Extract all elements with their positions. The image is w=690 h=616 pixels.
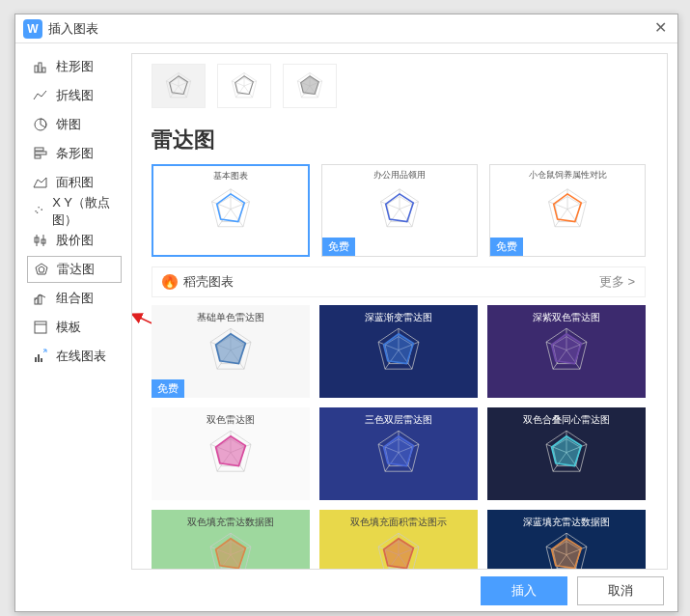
preset-title: 办公用品领用	[322, 169, 477, 182]
area-icon	[33, 175, 48, 190]
bar-icon	[33, 146, 48, 161]
free-badge: 免费	[152, 379, 184, 398]
app-logo: W	[23, 19, 42, 39]
chart-content-panel: 雷达图 基本图表办公用品领用免费小仓鼠饲养属性对比免费 🔥 稻壳图表 更多 > …	[131, 53, 668, 570]
svg-marker-112	[384, 436, 414, 466]
subtype-basic[interactable]	[152, 64, 206, 108]
svg-rect-19	[35, 322, 46, 333]
sidebar-item-template[interactable]: 模板	[27, 314, 122, 341]
radar-icon	[34, 262, 49, 277]
svg-marker-16	[39, 266, 44, 272]
sidebar-item-pie[interactable]: 饼图	[27, 111, 122, 138]
svg-point-8	[38, 207, 40, 209]
preset-card[interactable]: 小仓鼠饲养属性对比免费	[489, 164, 646, 257]
insert-button[interactable]: 插入	[481, 576, 567, 605]
sidebar-item-label: X Y（散点图）	[52, 194, 116, 229]
subtype-row	[152, 64, 646, 108]
svg-point-7	[35, 210, 37, 212]
svg-point-9	[41, 209, 42, 210]
preset-card[interactable]: 基本图表	[152, 164, 310, 257]
preset-row: 基本图表办公用品领用免费小仓鼠饲养属性对比免费	[152, 164, 646, 257]
sidebar-item-area[interactable]: 面积图	[27, 169, 122, 196]
sidebar-item-scatter[interactable]: X Y（散点图）	[27, 198, 122, 225]
combo-icon	[33, 291, 48, 306]
free-badge: 免费	[490, 238, 523, 256]
sidebar-item-bar[interactable]: 条形图	[27, 140, 122, 167]
svg-marker-136	[384, 539, 414, 569]
docer-icon: 🔥	[162, 274, 178, 290]
sidebar-item-stock[interactable]: 股价图	[27, 227, 122, 254]
line-icon	[33, 88, 48, 103]
close-button[interactable]: ✕	[650, 19, 670, 39]
free-badge: 免费	[322, 238, 355, 256]
template-card[interactable]: 双色合叠同心雷达图	[487, 407, 646, 500]
svg-rect-6	[35, 155, 41, 158]
sidebar-item-label: 饼图	[56, 116, 81, 133]
sidebar-item-label: 组合图	[56, 290, 94, 307]
preset-title: 基本图表	[153, 170, 308, 182]
template-card[interactable]: 三色双层雷达图	[319, 407, 478, 500]
template-card[interactable]: 深紫双色雷达图	[487, 305, 646, 398]
dialog-title: 插入图表	[48, 20, 650, 38]
sidebar-item-label: 折线图	[56, 87, 94, 104]
docer-bar: 🔥 稻壳图表 更多 >	[152, 266, 646, 297]
svg-rect-5	[35, 152, 46, 154]
preset-card[interactable]: 办公用品领用免费	[321, 164, 478, 257]
template-card[interactable]: 深蓝渐变雷达图	[319, 305, 478, 398]
subtype-filled[interactable]	[283, 64, 337, 108]
preset-title: 小仓鼠饲养属性对比	[490, 169, 645, 182]
svg-marker-104	[216, 436, 246, 466]
online-icon	[33, 349, 48, 364]
svg-line-28	[179, 81, 191, 86]
svg-marker-120	[552, 436, 582, 466]
svg-marker-96	[552, 334, 582, 364]
svg-rect-1	[39, 63, 41, 72]
sidebar-item-radar[interactable]: 雷达图	[27, 256, 122, 283]
sidebar-item-label: 模板	[56, 319, 81, 336]
titlebar: W 插入图表 ✕	[15, 14, 677, 43]
sidebar-item-line[interactable]: 折线图	[27, 82, 122, 109]
sidebar-item-online[interactable]: 在线图表	[27, 343, 122, 370]
sidebar-item-label: 股价图	[56, 232, 94, 249]
svg-rect-0	[35, 66, 38, 72]
template-card[interactable]: 双色填充面积雷达图示	[319, 510, 478, 570]
template-card[interactable]: 双色填充雷达数据图	[152, 510, 310, 570]
template-card[interactable]: 基础单色雷达图免费	[152, 305, 310, 398]
sidebar-item-label: 在线图表	[56, 348, 106, 365]
sidebar-item-label: 面积图	[56, 174, 94, 191]
svg-line-39	[232, 81, 244, 86]
svg-rect-4	[35, 148, 43, 151]
stock-icon	[33, 233, 48, 248]
svg-marker-128	[216, 539, 246, 569]
sidebar-item-combo[interactable]: 组合图	[27, 285, 122, 312]
docer-label: 稻壳图表	[183, 273, 599, 291]
svg-rect-18	[39, 295, 41, 304]
template-grid: 基础单色雷达图免费深蓝渐变雷达图深紫双色雷达图双色雷达图三色双层雷达图双色合叠同…	[152, 305, 646, 570]
sidebar-item-label: 柱形图	[56, 58, 94, 75]
sidebar-item-column[interactable]: 柱形图	[27, 53, 122, 80]
pie-icon	[33, 117, 48, 132]
chart-type-heading: 雷达图	[152, 126, 646, 154]
svg-rect-21	[35, 357, 37, 362]
svg-rect-23	[41, 358, 42, 362]
svg-marker-88	[384, 334, 414, 364]
svg-rect-2	[42, 68, 45, 72]
cancel-button[interactable]: 取消	[577, 576, 664, 605]
template-icon	[33, 320, 48, 335]
svg-point-10	[37, 211, 39, 213]
template-card[interactable]: 深蓝填充雷达数据图	[487, 510, 646, 570]
svg-marker-48	[301, 76, 319, 95]
svg-line-31	[166, 81, 179, 86]
svg-marker-80	[216, 334, 246, 364]
template-card[interactable]: 双色雷达图	[152, 407, 310, 500]
sidebar-item-label: 雷达图	[57, 261, 95, 278]
column-icon	[33, 59, 48, 74]
insert-chart-dialog: W 插入图表 ✕ 柱形图折线图饼图条形图面积图X Y（散点图）股价图雷达图组合图…	[14, 14, 678, 612]
more-link[interactable]: 更多 >	[599, 273, 635, 291]
chart-type-sidebar: 柱形图折线图饼图条形图面积图X Y（散点图）股价图雷达图组合图模板在线图表	[15, 43, 131, 570]
svg-line-36	[244, 81, 257, 86]
dialog-body: 柱形图折线图饼图条形图面积图X Y（散点图）股价图雷达图组合图模板在线图表 雷达…	[15, 43, 677, 570]
subtype-markers[interactable]	[217, 64, 271, 108]
svg-marker-144	[552, 539, 582, 569]
scatter-icon	[33, 204, 44, 219]
